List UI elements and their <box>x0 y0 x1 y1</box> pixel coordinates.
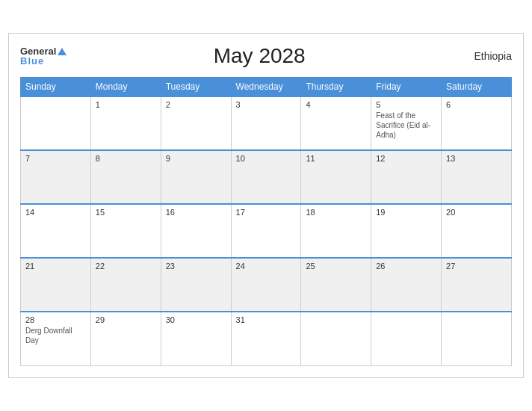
calendar-container: General Blue May 2028 Ethiopia Sunday Mo… <box>8 33 524 378</box>
day-cell: 26 <box>371 258 442 312</box>
day-cell: 25 <box>301 258 371 312</box>
day-cell <box>442 312 512 365</box>
day-cell: 4 <box>301 96 371 150</box>
day-number: 11 <box>306 154 366 163</box>
day-number: 8 <box>96 154 156 163</box>
day-cell: 22 <box>90 258 161 312</box>
day-cell: 7 <box>21 150 91 204</box>
day-cell <box>301 312 371 365</box>
day-cell: 14 <box>21 204 91 258</box>
calendar-thead: Sunday Monday Tuesday Wednesday Thursday… <box>21 78 512 97</box>
holiday-label: Feast of the Sacrifice (Eid al-Adha) <box>376 111 430 139</box>
day-number: 18 <box>306 208 366 217</box>
day-number: 30 <box>166 315 226 324</box>
day-cell: 19 <box>371 204 442 258</box>
day-cell: 6 <box>442 96 512 150</box>
day-cell: 27 <box>442 258 512 312</box>
holiday-label: Derg Downfall Day <box>25 327 72 344</box>
day-cell: 24 <box>231 258 301 312</box>
header-saturday: Saturday <box>442 78 512 97</box>
day-number: 15 <box>96 208 156 217</box>
day-number: 29 <box>96 315 156 324</box>
week-row-2: 78910111213 <box>21 150 512 204</box>
header-thursday: Thursday <box>301 78 371 97</box>
day-cell: 13 <box>442 150 512 204</box>
day-number: 6 <box>446 100 507 109</box>
day-cell: 10 <box>231 150 301 204</box>
day-number: 24 <box>236 262 297 271</box>
week-row-3: 14151617181920 <box>21 204 512 258</box>
header-monday: Monday <box>90 78 161 97</box>
day-number: 25 <box>306 262 366 271</box>
day-number: 17 <box>236 208 297 217</box>
day-number: 19 <box>376 208 436 217</box>
day-cell: 21 <box>21 258 91 312</box>
header-sunday: Sunday <box>21 78 91 97</box>
day-number: 20 <box>446 208 507 217</box>
day-cell: 5Feast of the Sacrifice (Eid al-Adha) <box>371 96 442 150</box>
logo-triangle-icon <box>58 48 66 55</box>
header-wednesday: Wednesday <box>231 78 301 97</box>
day-cell <box>371 312 442 365</box>
day-number: 9 <box>166 154 226 163</box>
day-cell: 23 <box>161 258 231 312</box>
day-cell: 9 <box>161 150 231 204</box>
calendar-table: Sunday Monday Tuesday Wednesday Thursday… <box>20 77 512 366</box>
calendar-header: General Blue May 2028 Ethiopia <box>20 41 512 71</box>
week-row-1: 12345Feast of the Sacrifice (Eid al-Adha… <box>21 96 512 150</box>
day-number: 26 <box>376 262 436 271</box>
day-number: 28 <box>25 315 86 324</box>
day-cell: 31 <box>231 312 301 365</box>
day-cell: 12 <box>371 150 442 204</box>
day-number: 2 <box>166 100 226 109</box>
day-number: 23 <box>166 262 226 271</box>
day-cell: 18 <box>301 204 371 258</box>
day-cell: 1 <box>90 96 161 150</box>
logo: General Blue <box>20 46 66 66</box>
day-cell: 15 <box>90 204 161 258</box>
header-friday: Friday <box>371 78 442 97</box>
header-tuesday: Tuesday <box>161 78 231 97</box>
day-cell <box>21 96 91 150</box>
day-number: 12 <box>376 154 436 163</box>
day-number: 3 <box>236 100 297 109</box>
weekday-header-row: Sunday Monday Tuesday Wednesday Thursday… <box>21 78 512 97</box>
day-number: 22 <box>96 262 156 271</box>
day-cell: 3 <box>231 96 301 150</box>
calendar-body: 12345Feast of the Sacrifice (Eid al-Adha… <box>21 96 512 365</box>
day-number: 5 <box>376 100 436 109</box>
day-cell: 11 <box>301 150 371 204</box>
day-cell: 16 <box>161 204 231 258</box>
country-label: Ethiopia <box>452 50 512 62</box>
day-number: 10 <box>236 154 297 163</box>
day-cell: 28Derg Downfall Day <box>21 312 91 365</box>
day-number: 1 <box>96 100 156 109</box>
month-title: May 2028 <box>66 44 452 68</box>
day-cell: 17 <box>231 204 301 258</box>
day-cell: 2 <box>161 96 231 150</box>
day-cell: 29 <box>90 312 161 365</box>
week-row-5: 28Derg Downfall Day293031 <box>21 312 512 365</box>
day-number: 14 <box>25 208 86 217</box>
day-number: 31 <box>236 315 297 324</box>
day-number: 27 <box>446 262 507 271</box>
day-cell: 8 <box>90 150 161 204</box>
day-number: 4 <box>306 100 366 109</box>
day-number: 13 <box>446 154 507 163</box>
logo-blue-text: Blue <box>20 56 66 66</box>
week-row-4: 21222324252627 <box>21 258 512 312</box>
day-number: 7 <box>25 154 86 163</box>
day-cell: 30 <box>161 312 231 365</box>
day-number: 16 <box>166 208 226 217</box>
day-cell: 20 <box>442 204 512 258</box>
day-number: 21 <box>25 262 86 271</box>
